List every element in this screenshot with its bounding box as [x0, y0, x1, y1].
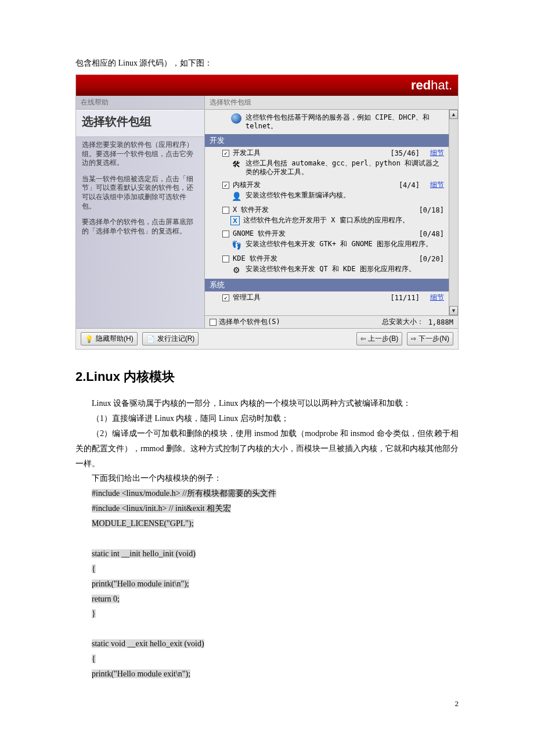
code-line: return 0;	[92, 595, 120, 603]
pkg-row-gnome[interactable]: GNOME 软件开发 [0/48]	[205, 228, 449, 239]
scroll-up-icon[interactable]: ▲	[449, 110, 458, 119]
code-line: printk("Hello module init\n");	[92, 579, 189, 588]
code-line: static void __exit hello_exit (void)	[92, 639, 204, 648]
select-individual-checkbox[interactable]	[210, 319, 217, 326]
total-size-label: 总安装大小：	[382, 317, 424, 327]
paragraph: 下面我们给出一个内核模块的例子：	[75, 471, 459, 486]
pkg-desc: 这些软件包允许您开发用于 X 窗口系统的应用程序。	[243, 216, 409, 225]
release-notes-button[interactable]: 📄 发行注记(R)	[142, 332, 199, 345]
face-icon: 👤	[230, 191, 242, 201]
detail-link[interactable]: 细节	[430, 148, 444, 158]
paragraph: Linux 设备驱动属于内核的一部分，Linux 内核的一个模块可以以两种方式被…	[75, 396, 459, 411]
btn-label: 隐藏帮助(H)	[96, 334, 134, 344]
paragraph: （2）编译成一个可加载和删除的模块，使用 insmod 加载（modprobe …	[75, 426, 459, 471]
category-system: 系统	[205, 279, 449, 291]
detail-link[interactable]: 细节	[430, 180, 444, 190]
code-line: MODULE_LICENSE("GPL");	[92, 519, 194, 528]
right-arrow-icon: ⇨	[411, 335, 416, 343]
redhat-logo: redhat.	[411, 78, 452, 93]
category-development: 开发	[205, 134, 449, 147]
tools-icon: 🛠	[230, 159, 242, 170]
pkg-label: KDE 软件开发	[233, 254, 400, 264]
code-line: }	[92, 609, 96, 618]
main-tab: 选择软件包组	[205, 96, 458, 110]
pkg-desc: 安装这些软件包来开发 GTK+ 和 GNOME 图形化应用程序。	[246, 240, 432, 249]
pkg-label: GNOME 软件开发	[233, 229, 400, 239]
checkbox-icon[interactable]	[222, 207, 229, 214]
code-block: #include <linux/module.h> //所有模块都需要的头文件 …	[75, 486, 459, 682]
checkbox-icon[interactable]: ✔	[222, 182, 229, 189]
sidebar-help-2: 当某一软件包组被选定后，点击「细节」可以查看默认安装的软件包，还可以在该组中添加…	[76, 171, 204, 214]
pkg-row-x[interactable]: X 软件开发 [0/18]	[205, 204, 449, 215]
scroll-down-icon[interactable]: ▼	[449, 306, 458, 315]
pkg-count: [0/18]	[403, 206, 444, 214]
pkg-label: 开发工具	[233, 148, 376, 158]
x-icon: X	[230, 216, 240, 225]
installer-titlebar: redhat.	[76, 75, 458, 96]
checkbox-icon[interactable]	[222, 231, 229, 237]
pkg-row-devtools[interactable]: ✔ 开发工具 [35/46] 细节	[205, 147, 449, 158]
pkg-label: 管理工具	[233, 293, 376, 303]
gnome-foot-icon: 👣	[230, 240, 242, 250]
pkg-count: [35/46]	[379, 149, 420, 157]
code-line: {	[92, 564, 96, 573]
btn-label: 发行注记(R)	[157, 334, 195, 344]
checkbox-icon[interactable]: ✔	[222, 294, 229, 301]
pkg-label: X 软件开发	[233, 205, 400, 215]
pkg-desc: 这些工具包括 automake、gcc、perl、python 和调试器之类的核…	[246, 159, 444, 177]
footer-row: 选择单个软件包(S) 总安装大小： 1,888M	[205, 315, 458, 328]
back-button[interactable]: ⇦ 上一步(B)	[356, 332, 402, 345]
pkg-desc: 安装这些软件包来重新编译内核。	[246, 191, 350, 200]
pkg-desc: 安装这些软件包来开发 QT 和 KDE 图形化应用程序。	[246, 265, 416, 273]
kde-gear-icon: ⚙	[230, 265, 242, 275]
pkg-row-kde[interactable]: KDE 软件开发 [0/20]	[205, 253, 449, 264]
sidebar-help-3: 要选择单个的软件包，点击屏幕底部的「选择单个软件包」的复选框。	[76, 214, 204, 239]
sidebar-tab: 在线帮助	[76, 96, 204, 110]
code-line: printk("Hello module exit\n");	[92, 669, 190, 678]
detail-link[interactable]: 细节	[430, 293, 444, 303]
section-heading: 2.Linux 内核模块	[75, 368, 459, 386]
pkg-count: [0/48]	[403, 230, 444, 238]
total-size-value: 1,888M	[428, 318, 453, 326]
code-line: #include <linux/module.h> //所有模块都需要的头文件	[92, 489, 276, 498]
select-individual-label: 选择单个软件包(S)	[219, 317, 280, 327]
bulb-icon: 💡	[85, 335, 93, 343]
note-icon: 📄	[146, 335, 155, 343]
intro-line: 包含相应的 Linux 源代码），如下图：	[75, 58, 459, 69]
pkg-label: 内核开发	[233, 180, 376, 190]
installer-window: redhat. 在线帮助 选择软件包组 选择您要安装的软件包（应用程序）组。要选…	[75, 74, 459, 350]
installer-bottom-bar: 💡 隐藏帮助(H) 📄 发行注记(R) ⇦ 上一步(B) ⇨ 下一步(N)	[76, 328, 458, 349]
left-arrow-icon: ⇦	[360, 335, 366, 343]
sidebar-title: 选择软件包组	[76, 110, 204, 137]
hide-help-button[interactable]: 💡 隐藏帮助(H)	[81, 332, 138, 345]
pkg-count: [4/4]	[379, 181, 420, 189]
next-button[interactable]: ⇨ 下一步(N)	[407, 332, 453, 345]
page-number: 2	[75, 699, 459, 708]
sidebar-help-1: 选择您要安装的软件包（应用程序）组。要选择一个软件包组，点击它旁边的复选框。	[76, 137, 204, 171]
package-list: 这些软件包包括基于网络的服务器，例如 CIPE、DHCP、和 telnet。 开…	[205, 110, 449, 315]
checkbox-icon[interactable]	[222, 255, 229, 262]
pkg-row-admin[interactable]: ✔ 管理工具 [11/11] 细节	[205, 291, 449, 303]
pkg-count: [0/20]	[403, 255, 444, 263]
btn-label: 下一步(N)	[418, 334, 449, 344]
main-panel: 选择软件包组 这些软件包包括基于网络的服务器，例如 CIPE、DHCP、和 te…	[205, 96, 458, 328]
sidebar: 在线帮助 选择软件包组 选择您要安装的软件包（应用程序）组。要选择一个软件包组，…	[76, 96, 205, 328]
top-desc: 这些软件包包括基于网络的服务器，例如 CIPE、DHCP、和 telnet。	[246, 113, 444, 131]
scroll-track[interactable]	[449, 119, 458, 306]
code-line: {	[92, 654, 96, 663]
pkg-row-kernel[interactable]: ✔ 内核开发 [4/4] 细节	[205, 179, 449, 190]
btn-label: 上一步(B)	[368, 334, 398, 344]
globe-icon	[230, 113, 242, 124]
paragraph: （1）直接编译进 Linux 内核，随同 Linux 启动时加载；	[75, 411, 459, 426]
body-text: Linux 设备驱动属于内核的一部分，Linux 内核的一个模块可以以两种方式被…	[75, 396, 459, 486]
code-line: #include <linux/init.h> // init&exit 相关宏	[92, 504, 231, 513]
pkg-count: [11/11]	[379, 294, 420, 302]
code-line: static int __init hello_init (void)	[92, 549, 196, 558]
checkbox-icon[interactable]: ✔	[222, 150, 229, 157]
scrollbar[interactable]: ▲ ▼	[449, 110, 458, 315]
